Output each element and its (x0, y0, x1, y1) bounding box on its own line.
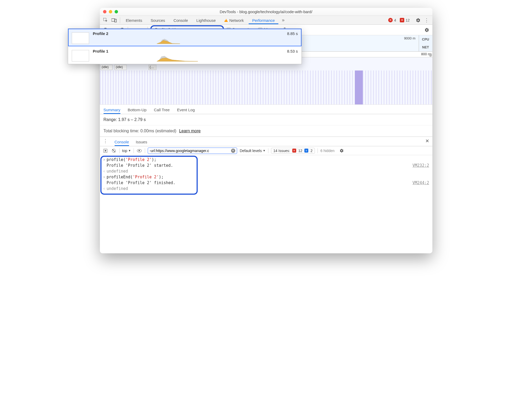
hidden-messages-text: 6 hidden (320, 149, 335, 153)
tab-lighthouse[interactable]: Lighthouse (193, 16, 219, 24)
activity-stripes (100, 70, 432, 104)
console-return-value: undefined (107, 169, 429, 174)
issues-err-count: 12 (298, 149, 303, 153)
profile-dropdown-panel: Profile 2 8.85 s Profile 1 8.53 s (100, 28, 302, 64)
separator (120, 17, 120, 23)
settings-icon[interactable] (415, 18, 422, 23)
execution-context-select[interactable]: top ▼ (122, 149, 131, 153)
console-log[interactable]: › profile('Profile 2'); Profile 'Profile… (100, 155, 432, 253)
more-tabs-icon[interactable]: » (279, 17, 287, 23)
source-link[interactable]: VM232:2 (412, 163, 429, 168)
spacer (103, 163, 107, 168)
blocking-time-row: Total blocking time: 0.00ms (estimated) … (100, 125, 432, 137)
console-toolbar: top ▼ ✕ Default levels ▼ 14 Issues: ✕ 12… (100, 146, 432, 155)
idle-block: (idle) (100, 65, 112, 70)
main-thread-lane[interactable]: ▼ Main (idle) (idle) (… (100, 57, 432, 105)
error-count-badge[interactable]: ✕ 4 (388, 18, 396, 22)
profile-option[interactable]: Profile 1 8.53 s (100, 46, 302, 64)
console-sidebar-icon[interactable] (103, 148, 108, 154)
scrollbar-thumb[interactable] (429, 53, 432, 57)
inspect-element-icon[interactable] (102, 18, 109, 23)
tab-network-label: Network (229, 18, 244, 23)
profile-duration: 8.53 s (287, 49, 298, 53)
chevron-down-icon: ▼ (263, 149, 265, 152)
tab-elements[interactable]: Elements (122, 16, 146, 24)
console-message: Profile 'Profile 2' finished. (107, 180, 413, 185)
warning-icon (224, 19, 228, 22)
overview-tick: 9000 m (404, 36, 415, 40)
info-icon: ≡ (304, 149, 308, 153)
capture-settings-icon[interactable] (424, 27, 430, 33)
activity-bar (355, 70, 363, 105)
separator (134, 148, 134, 153)
close-drawer-icon[interactable]: ✕ (425, 138, 429, 146)
drawer-tab-issues[interactable]: Issues (136, 140, 147, 146)
context-value: top (122, 149, 127, 153)
profile-sparkline (100, 37, 298, 44)
devtools-tabs: Elements Sources Console Lighthouse Netw… (100, 16, 432, 25)
console-input-line: › profile('Profile 2'); (103, 157, 429, 163)
console-filter-input[interactable]: ✕ (148, 148, 237, 154)
svg-rect-1 (111, 19, 115, 21)
profile-duration: 8.85 s (287, 31, 298, 36)
window-titlebar: DevTools - blog.google/technology/ai/cod… (100, 8, 432, 16)
learn-more-link[interactable]: Learn more (179, 129, 201, 133)
overview-labels: CPU NET (419, 35, 432, 51)
source-link[interactable]: VM244:2 (412, 180, 429, 185)
kebab-menu-icon[interactable]: ⋮ (423, 17, 430, 23)
log-level-select[interactable]: Default levels ▼ (240, 149, 265, 153)
profile-sparkline (100, 54, 298, 62)
issue-count-badge[interactable]: ✕ 12 (400, 18, 410, 22)
issue-count: 12 (406, 18, 410, 22)
drawer-kebab-icon[interactable]: ⋮ (103, 138, 108, 146)
clear-filter-icon[interactable]: ✕ (231, 149, 235, 153)
drawer-tab-console[interactable]: Console (115, 140, 129, 146)
spacer (103, 180, 107, 185)
tab-call-tree[interactable]: Call Tree (154, 108, 170, 114)
tab-sources[interactable]: Sources (147, 16, 169, 24)
profile-name: Profile 2 (100, 31, 109, 36)
console-return-value: undefined (107, 186, 429, 191)
separator (145, 148, 145, 153)
console-output-line: Profile 'Profile 2' started. VM232:2 (103, 163, 429, 168)
console-return-line: ‹ undefined (103, 186, 429, 192)
net-label: NET (422, 45, 429, 49)
error-icon: ✕ (388, 18, 393, 22)
live-expression-icon[interactable] (136, 148, 142, 154)
device-toolbar-icon[interactable] (110, 18, 118, 22)
tab-event-log[interactable]: Event Log (177, 108, 195, 114)
idle-block: (idle) (115, 65, 127, 70)
issue-icon: ✕ (400, 18, 404, 22)
console-message: Profile 'Profile 2' started. (107, 163, 413, 168)
console-filter-field[interactable] (150, 149, 229, 153)
drawer-tabs: ⋮ Console Issues ✕ (100, 137, 432, 146)
error-icon: ✕ (292, 149, 296, 153)
console-output-line: Profile 'Profile 2' finished. VM244:2 (103, 180, 429, 186)
console-settings-icon[interactable] (339, 148, 345, 154)
console-input-line: › profileEnd('Profile 2'); (103, 174, 429, 180)
issues-badge[interactable]: 14 Issues: ✕ 12 ≡ 2 (271, 148, 315, 154)
window-title: DevTools - blog.google/technology/ai/cod… (100, 9, 432, 14)
profile-option[interactable]: Profile 2 8.85 s (100, 29, 302, 46)
return-caret-icon: ‹ (103, 169, 107, 174)
separator (268, 148, 268, 153)
range-text: Range: 1.97 s – 2.79 s (100, 114, 432, 125)
chevron-down-icon: ▼ (128, 149, 131, 152)
blocking-time-text: Total blocking time: 0.00ms (estimated) (104, 129, 176, 133)
console-return-line: ‹ undefined (103, 168, 429, 174)
clear-console-icon[interactable] (111, 148, 117, 154)
input-caret-icon: › (103, 175, 107, 179)
separator (318, 148, 318, 153)
issues-info-count: 2 (310, 149, 313, 153)
tab-bottom-up[interactable]: Bottom-Up (128, 108, 147, 114)
separator (119, 148, 120, 153)
error-count: 4 (394, 18, 396, 22)
summary-tabs: Summary Bottom-Up Call Tree Event Log (100, 105, 432, 114)
truncated-block: (… (149, 65, 156, 70)
tab-performance[interactable]: Performance (249, 16, 279, 24)
tab-console[interactable]: Console (170, 16, 192, 24)
profile-name: Profile 1 (100, 49, 109, 53)
tab-network[interactable]: Network (221, 16, 248, 24)
cpu-label: CPU (422, 37, 429, 41)
tab-summary[interactable]: Summary (104, 108, 120, 114)
